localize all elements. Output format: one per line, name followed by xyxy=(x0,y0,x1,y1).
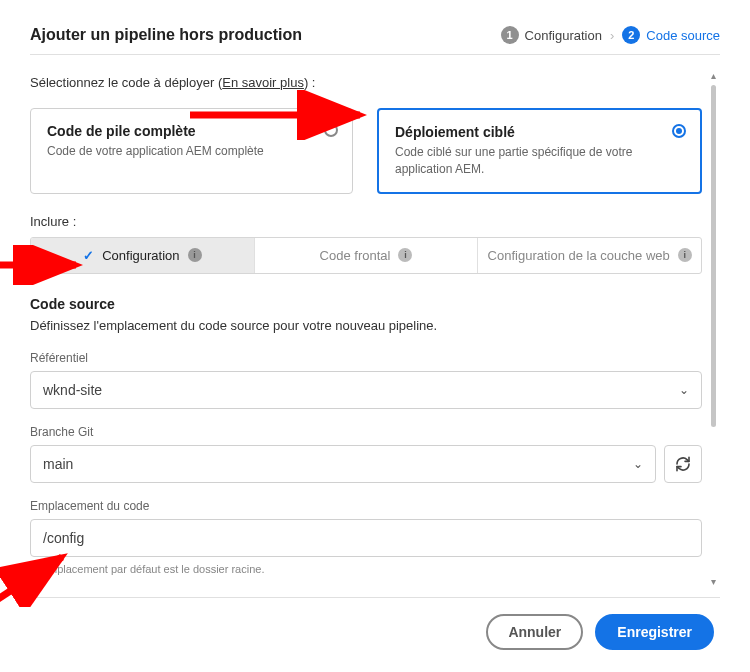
add-pipeline-dialog: Ajouter un pipeline hors production 1 Co… xyxy=(0,0,750,672)
step-configuration: 1 Configuration xyxy=(501,26,602,44)
repo-select[interactable]: wknd-site ⌄ xyxy=(30,371,702,409)
tab-frontend-label: Code frontal xyxy=(320,248,391,263)
tab-configuration-label: Configuration xyxy=(102,248,179,263)
step-number-2: 2 xyxy=(622,26,640,44)
branch-value: main xyxy=(43,456,73,472)
intro-prefix: Sélectionnez le code à déployer ( xyxy=(30,75,222,90)
refresh-icon xyxy=(675,456,691,472)
dialog-body-scroll: Sélectionnez le code à déployer (En savo… xyxy=(30,69,720,589)
info-icon: i xyxy=(30,563,42,575)
refresh-branches-button[interactable] xyxy=(664,445,702,483)
repo-value: wknd-site xyxy=(43,382,102,398)
save-button[interactable]: Enregistrer xyxy=(595,614,714,650)
dialog-footer: Annuler Enregistrer xyxy=(30,614,720,650)
field-git-branch: Branche Git main ⌄ xyxy=(30,425,702,483)
code-location-input[interactable] xyxy=(30,519,702,557)
include-tabs: ✓ Configuration i Code frontal i Configu… xyxy=(30,237,702,275)
field-code-location: Emplacement du code i mplacement par déf… xyxy=(30,499,702,575)
card-full-stack[interactable]: Code de pile complète Code de votre appl… xyxy=(30,108,353,194)
dialog-title: Ajouter un pipeline hors production xyxy=(30,26,302,44)
select-code-intro: Sélectionnez le code à déployer (En savo… xyxy=(30,75,702,90)
radio-unselected-icon xyxy=(324,123,338,137)
scrollbar-thumb[interactable] xyxy=(711,85,716,427)
code-source-desc: Définissez l'emplacement du code source … xyxy=(30,318,702,333)
card-full-stack-desc: Code de votre application AEM complète xyxy=(47,143,336,160)
tab-frontend-code[interactable]: Code frontal i xyxy=(255,238,479,274)
info-icon: i xyxy=(678,248,692,262)
chevron-down-icon: ⌄ xyxy=(679,383,689,397)
chevron-right-icon: › xyxy=(610,28,614,43)
card-targeted-deployment[interactable]: Déploiement ciblé Code ciblé sur une par… xyxy=(377,108,702,194)
tab-weblayer-label: Configuration de la couche web xyxy=(488,248,670,264)
step-label-2: Code source xyxy=(646,28,720,43)
dialog-header: Ajouter un pipeline hors production 1 Co… xyxy=(30,26,720,55)
card-targeted-desc: Code ciblé sur une partie spécifique de … xyxy=(395,144,684,178)
field-repository: Référentiel wknd-site ⌄ xyxy=(30,351,702,409)
intro-suffix: ) : xyxy=(304,75,316,90)
step-label-1: Configuration xyxy=(525,28,602,43)
card-full-stack-title: Code de pile complète xyxy=(47,123,336,139)
learn-more-link[interactable]: En savoir plus xyxy=(222,75,304,90)
location-label: Emplacement du code xyxy=(30,499,702,513)
step-indicator: 1 Configuration › 2 Code source xyxy=(501,26,720,44)
scrollbar[interactable]: ▴ ▾ xyxy=(706,69,720,589)
info-icon: i xyxy=(398,248,412,262)
scroll-up-caret-icon: ▴ xyxy=(711,69,716,83)
tab-web-layer-config[interactable]: Configuration de la couche web i xyxy=(478,238,701,274)
chevron-down-icon: ⌄ xyxy=(633,457,643,471)
cancel-button[interactable]: Annuler xyxy=(486,614,583,650)
location-hint-text: mplacement par défaut est le dossier rac… xyxy=(48,563,264,575)
radio-selected-icon xyxy=(672,124,686,138)
code-source-heading: Code source xyxy=(30,296,702,312)
tab-configuration[interactable]: ✓ Configuration i xyxy=(31,238,255,274)
footer-divider xyxy=(30,597,720,598)
card-targeted-title: Déploiement ciblé xyxy=(395,124,684,140)
include-label: Inclure : xyxy=(30,214,702,229)
step-code-source: 2 Code source xyxy=(622,26,720,44)
branch-label: Branche Git xyxy=(30,425,702,439)
repo-label: Référentiel xyxy=(30,351,702,365)
info-icon: i xyxy=(188,248,202,262)
check-icon: ✓ xyxy=(83,248,94,263)
deploy-option-cards: Code de pile complète Code de votre appl… xyxy=(30,108,702,194)
step-number-1: 1 xyxy=(501,26,519,44)
location-hint: i mplacement par défaut est le dossier r… xyxy=(30,563,702,575)
branch-select[interactable]: main ⌄ xyxy=(30,445,656,483)
scroll-down-caret-icon: ▾ xyxy=(711,575,716,589)
